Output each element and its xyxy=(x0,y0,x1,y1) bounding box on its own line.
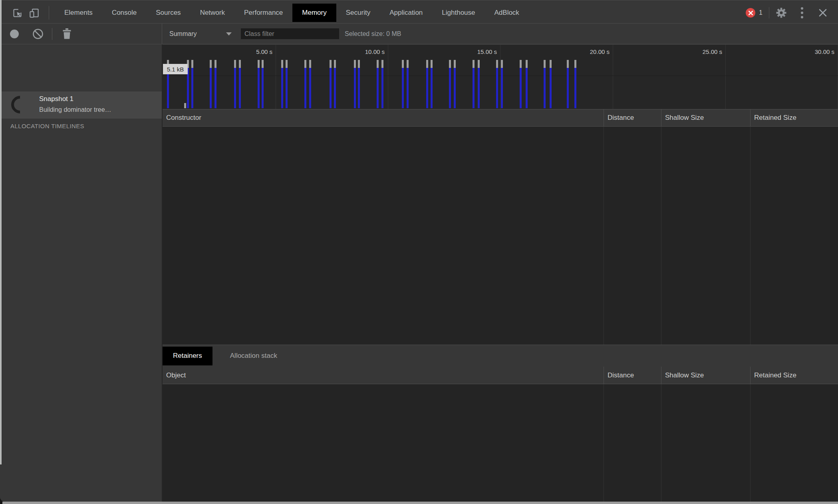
allocation-bar-live xyxy=(304,68,306,108)
column-header-retained-size[interactable]: Retained Size xyxy=(750,109,838,126)
allocation-bar-cap xyxy=(381,60,383,68)
profiles-sidebar: Profiles ALLOCATION TIMELINES Snapshot 1… xyxy=(0,44,162,502)
column-divider xyxy=(661,127,661,345)
delete-trash-icon[interactable] xyxy=(61,24,72,44)
allocation-bar-cap xyxy=(304,60,306,68)
tab-memory[interactable]: Memory xyxy=(292,4,336,22)
timeline-gridline xyxy=(613,45,613,109)
object-table-body xyxy=(163,384,838,502)
error-badge-icon[interactable] xyxy=(746,8,755,18)
allocation-bar-live xyxy=(358,68,360,108)
allocation-bar-cap xyxy=(210,60,212,68)
allocation-bar-live xyxy=(214,68,216,108)
chevron-down-icon[interactable] xyxy=(226,24,232,44)
timeline-tick-label: 30.00 s xyxy=(786,48,834,55)
class-filter-input[interactable] xyxy=(241,28,339,39)
column-header-object[interactable]: Object xyxy=(163,367,604,384)
tab-performance[interactable]: Performance xyxy=(234,4,292,22)
timeline-tick-label: 10.00 s xyxy=(336,48,385,55)
allocation-bar-live xyxy=(262,68,264,108)
panel-tabs: ElementsConsoleSourcesNetworkPerformance… xyxy=(55,4,529,22)
allocation-bar-cap xyxy=(550,60,552,68)
column-divider xyxy=(750,127,751,345)
allocation-bar-live xyxy=(239,68,241,108)
allocation-bar-cap xyxy=(358,60,360,68)
tab-lighthouse[interactable]: Lighthouse xyxy=(432,4,485,22)
allocation-bar-live xyxy=(234,68,236,108)
column-header-shallow-size[interactable]: Shallow Size xyxy=(661,109,750,126)
allocation-bar-cap xyxy=(262,60,264,68)
allocation-bar-live xyxy=(309,68,311,108)
allocation-bar-live xyxy=(478,68,480,108)
close-icon[interactable] xyxy=(812,8,833,18)
allocation-bar-live xyxy=(501,68,503,108)
device-toolbar-icon[interactable] xyxy=(26,4,42,22)
allocation-bar-live xyxy=(520,68,522,108)
column-header-distance[interactable]: Distance xyxy=(604,367,661,384)
column-header-constructor[interactable]: Constructor xyxy=(163,109,604,126)
allocation-bar-cap xyxy=(407,60,409,68)
timeline-gridline xyxy=(276,45,276,109)
object-table-header: ObjectDistanceShallow SizeRetained Size xyxy=(163,367,838,384)
clear-profiles-icon[interactable] xyxy=(32,24,44,44)
allocation-bar-cap xyxy=(334,60,336,68)
allocation-bar-live xyxy=(377,68,379,108)
tab-elements[interactable]: Elements xyxy=(55,4,102,22)
column-header-distance[interactable]: Distance xyxy=(604,109,661,126)
allocation-bar-live xyxy=(431,68,433,108)
allocation-bar-cap xyxy=(354,60,356,68)
timeline-gridline xyxy=(388,45,388,109)
memory-toolbar: Summary Selected size: 0 MB xyxy=(0,24,838,44)
timeline-gridline xyxy=(725,45,726,109)
allocation-bar-cap xyxy=(501,60,503,68)
column-header-retained-size[interactable]: Retained Size xyxy=(750,367,838,384)
allocation-bar-live xyxy=(574,68,576,108)
devtools-window: ElementsConsoleSourcesNetworkPerformance… xyxy=(0,0,838,502)
sidebar-item-snapshot-1[interactable]: Snapshot 1 Building dominator tree… xyxy=(0,91,162,119)
inspect-element-icon[interactable] xyxy=(9,4,26,22)
allocation-timeline-overview[interactable]: 5.00 s10.00 s15.00 s20.00 s25.00 s30.00 … xyxy=(163,45,838,109)
allocation-bar-cap xyxy=(191,60,193,68)
timeline-tick-label: 25.00 s xyxy=(673,48,722,55)
tab-console[interactable]: Console xyxy=(102,4,146,22)
allocation-bar-cap xyxy=(574,60,576,68)
allocation-bar-cap xyxy=(473,60,475,68)
column-header-shallow-size[interactable]: Shallow Size xyxy=(661,367,750,384)
timeline-tick-label: 20.00 s xyxy=(561,48,610,55)
tab-network[interactable]: Network xyxy=(191,4,234,22)
tabbar-right-controls: 1 xyxy=(746,4,835,22)
tab-retainers[interactable]: Retainers xyxy=(163,347,212,365)
allocation-bar-cap xyxy=(309,60,311,68)
allocation-bar-cap xyxy=(214,60,216,68)
allocation-bar-cap xyxy=(402,60,404,68)
allocation-bar-live xyxy=(426,68,428,108)
constructor-table-header: ConstructorDistanceShallow SizeRetained … xyxy=(163,109,838,127)
sidebar-main-toolbar-divider xyxy=(162,24,162,44)
allocation-bar-live xyxy=(381,68,383,108)
tab-adblock[interactable]: AdBlock xyxy=(485,4,529,22)
tab-security[interactable]: Security xyxy=(336,4,380,22)
perspective-select[interactable]: Summary xyxy=(169,24,197,44)
allocation-bar-live xyxy=(402,68,404,108)
devtools-tabbar: ElementsConsoleSourcesNetworkPerformance… xyxy=(0,0,838,24)
allocation-bar-live xyxy=(330,68,332,108)
tab-application[interactable]: Application xyxy=(380,4,432,22)
allocation-bar-live xyxy=(281,68,283,108)
tabbar-separator xyxy=(49,6,49,20)
loading-spinner-icon xyxy=(8,92,32,117)
snapshot-title: Snapshot 1 xyxy=(39,95,73,103)
record-allocation-icon[interactable] xyxy=(10,24,19,44)
allocation-bar-cap xyxy=(454,60,456,68)
memory-main-panel: 5.00 s10.00 s15.00 s20.00 s25.00 s30.00 … xyxy=(163,44,838,502)
tab-allocation-stack[interactable]: Allocation stack xyxy=(220,347,288,365)
constructor-table-body xyxy=(163,127,838,345)
allocation-bar-cap xyxy=(526,60,528,68)
allocation-timelines-heading: ALLOCATION TIMELINES xyxy=(10,123,84,129)
allocation-bar-live xyxy=(496,68,498,108)
timeline-scale-label: 5.1 kB xyxy=(163,64,188,74)
settings-gear-icon[interactable] xyxy=(771,7,792,18)
tab-sources[interactable]: Sources xyxy=(146,4,190,22)
allocation-bar-cap xyxy=(496,60,498,68)
allocation-bar-cap xyxy=(234,60,236,68)
more-options-dots-icon[interactable] xyxy=(792,7,812,19)
